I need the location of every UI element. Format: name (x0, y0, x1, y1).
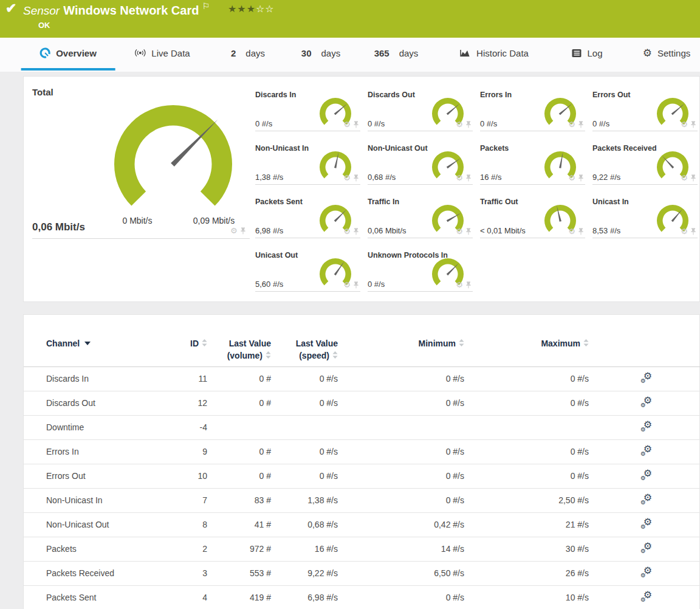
channel-id: 4 (170, 585, 207, 609)
column-id[interactable]: ID (170, 315, 207, 366)
column-channel[interactable]: Channel (24, 315, 170, 366)
channel-last-volume: 41 # (207, 512, 271, 537)
pin-icon[interactable] (578, 228, 584, 235)
pin-icon[interactable] (353, 281, 359, 289)
gauge-settings-gear-icon[interactable]: ⚙ (343, 227, 351, 235)
channel-settings-icon[interactable]: ⚙⚙ (641, 397, 652, 407)
table-row: Errors Out100 #0 #/s0 #/s0 #/s⚙⚙ (24, 464, 700, 488)
channel-last-volume: 0 # (207, 439, 271, 464)
gauge-cell: Unicast In8,53 #/s⚙ (592, 193, 698, 238)
channel-last-speed: 0 #/s (271, 391, 338, 415)
sort-icon (332, 349, 338, 362)
pin-icon[interactable] (690, 174, 696, 182)
object-kind: Sensor (23, 4, 60, 17)
gauge-settings-gear-icon[interactable]: ⚙ (681, 227, 688, 235)
gauge-cell: Traffic In0,06 Mbit/s⚙ (368, 193, 473, 238)
gauge-label: Discards In (255, 91, 296, 99)
tab-live-data[interactable]: Live Data (134, 38, 190, 68)
channel-last-volume (207, 415, 271, 439)
pin-icon[interactable] (465, 121, 472, 128)
tab-settings[interactable]: ⚙ Settings (643, 38, 690, 68)
tab-historic-data[interactable]: Historic Data (459, 38, 529, 68)
table-row: Non-Unicast In783 #1,38 #/s0 #/s2,50 #/s… (24, 488, 700, 512)
gauge-value: 0 #/s (368, 119, 385, 128)
priority-stars[interactable]: ★★★☆☆ (228, 4, 275, 14)
sort-icon (266, 349, 271, 362)
tab-log[interactable]: Log (571, 38, 602, 68)
gauge-settings-gear-icon[interactable]: ⚙ (681, 174, 688, 182)
channel-last-volume: 0 # (207, 391, 271, 415)
channel-settings-icon[interactable]: ⚙⚙ (641, 543, 652, 553)
channel-last-volume: 972 # (207, 537, 271, 561)
channel-last-speed: 6,98 #/s (271, 585, 338, 609)
area-chart-icon (459, 48, 471, 58)
channel-settings-icon[interactable]: ⚙⚙ (641, 519, 652, 529)
channel-id: 11 (170, 366, 207, 391)
total-gauge-label: Total (32, 87, 53, 97)
gauge-cell: Packets Sent6,98 #/s⚙ (255, 193, 360, 238)
pin-icon[interactable] (353, 228, 359, 235)
gauge-settings-gear-icon[interactable]: ⚙ (568, 120, 575, 128)
gauge-settings-gear-icon[interactable]: ⚙ (230, 227, 238, 235)
pin-icon[interactable] (353, 121, 359, 128)
channel-settings-icon[interactable]: ⚙⚙ (641, 422, 652, 432)
gauge-cell: Non-Unicast Out0,68 #/s⚙ (368, 140, 473, 185)
gauge-value: 0 #/s (592, 119, 609, 128)
gauge-settings-gear-icon[interactable]: ⚙ (343, 174, 351, 182)
channel-min: 0,42 #/s (338, 512, 464, 537)
gauge-settings-gear-icon[interactable]: ⚙ (456, 174, 463, 182)
gauge-label: Non-Unicast Out (368, 144, 428, 153)
total-gauge-dial (106, 97, 240, 233)
pin-icon[interactable] (690, 121, 696, 128)
gauge-value: < 0,01 Mbit/s (480, 226, 526, 235)
table-row: Errors In90 #0 #/s0 #/s0 #/s⚙⚙ (24, 439, 700, 464)
channel-last-speed: 0 #/s (271, 464, 338, 488)
pin-icon[interactable] (690, 228, 696, 235)
gauge-value: 0,68 #/s (368, 173, 396, 182)
gauge-value: 0 #/s (480, 119, 497, 128)
pin-icon[interactable] (353, 174, 359, 182)
pin-icon[interactable] (578, 174, 584, 182)
column-last-value-volume[interactable]: Last Value(volume) (207, 315, 271, 366)
channel-name: Packets Sent (24, 585, 170, 609)
tab-overview[interactable]: Overview (39, 38, 97, 68)
gauge-settings-gear-icon[interactable]: ⚙ (456, 227, 463, 235)
pin-icon[interactable] (240, 227, 246, 235)
tab-2-days[interactable]: 2days (231, 38, 265, 68)
channel-settings-icon[interactable]: ⚙⚙ (641, 446, 652, 456)
gauge-settings-gear-icon[interactable]: ⚙ (343, 281, 351, 289)
channel-settings-icon[interactable]: ⚙⚙ (641, 373, 652, 383)
channel-min: 6,50 #/s (338, 561, 464, 585)
table-row: Packets Sent4419 #6,98 #/s0 #/s10 #/s⚙⚙ (24, 585, 700, 609)
flag-icon[interactable]: ⚐ (202, 1, 210, 11)
pin-icon[interactable] (465, 281, 472, 289)
channel-settings-icon[interactable]: ⚙⚙ (641, 592, 652, 602)
gauge-label: Packets (480, 144, 509, 153)
tab-30-days[interactable]: 30days (301, 38, 340, 68)
gauge-settings-gear-icon[interactable]: ⚙ (568, 174, 575, 182)
gauge-cell: Unicast Out5,60 #/s⚙ (255, 247, 360, 292)
pin-icon[interactable] (465, 174, 472, 182)
column-maximum[interactable]: Maximum (464, 315, 589, 366)
gauge-settings-gear-icon[interactable]: ⚙ (456, 120, 463, 128)
gauge-dial (106, 97, 240, 231)
gauge-settings-gear-icon[interactable]: ⚙ (456, 281, 463, 289)
tab-365-days[interactable]: 365days (374, 38, 419, 68)
gauge-settings-gear-icon[interactable]: ⚙ (568, 227, 575, 235)
column-last-value-speed[interactable]: Last Value(speed) (271, 315, 338, 366)
channel-id: 10 (170, 464, 207, 488)
channel-settings-icon[interactable]: ⚙⚙ (641, 568, 652, 577)
gauge-icon (39, 47, 50, 58)
column-minimum[interactable]: Minimum (338, 315, 464, 366)
channel-settings-icon[interactable]: ⚙⚙ (641, 470, 652, 480)
pin-icon[interactable] (578, 121, 584, 128)
channel-last-speed: 1,38 #/s (271, 488, 338, 512)
channel-max: 30 #/s (464, 537, 589, 561)
gauge-value: 8,53 #/s (592, 226, 620, 235)
channel-last-volume: 83 # (207, 488, 271, 512)
gauge-settings-gear-icon[interactable]: ⚙ (681, 120, 688, 128)
pin-icon[interactable] (465, 228, 472, 235)
channel-settings-icon[interactable]: ⚙⚙ (641, 495, 652, 504)
gear-icon: ⚙ (643, 47, 652, 60)
gauge-settings-gear-icon[interactable]: ⚙ (343, 120, 351, 128)
